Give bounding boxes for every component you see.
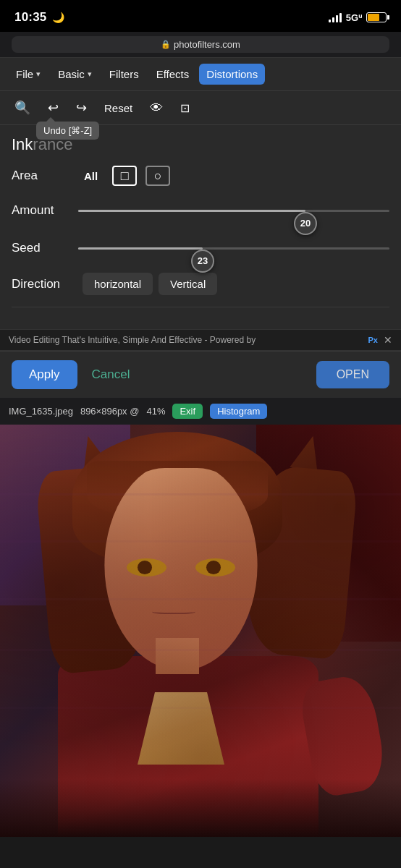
nav-distortions[interactable]: Distortions bbox=[199, 64, 265, 85]
ad-close-button[interactable]: ✕ bbox=[384, 334, 392, 346]
seed-slider-container[interactable]: 23 bbox=[78, 235, 389, 261]
image-area bbox=[0, 425, 401, 837]
seed-label: Seed bbox=[12, 241, 69, 255]
crop-icon: ⊡ bbox=[180, 101, 190, 115]
redo-button[interactable]: ↪ bbox=[70, 95, 93, 120]
search-icon: 🔍 bbox=[14, 100, 30, 116]
distortion-streak-3 bbox=[0, 598, 401, 600]
direction-label: Direction bbox=[12, 277, 77, 292]
area-control-row: Area All □ ○ bbox=[12, 166, 389, 186]
signal-bar-2 bbox=[332, 17, 334, 22]
undo-icon: ↩ bbox=[48, 100, 59, 116]
area-label: Area bbox=[12, 169, 69, 183]
distortion-streak-5 bbox=[0, 707, 401, 709]
distortion-streak-4 bbox=[0, 649, 401, 651]
character-bottom-gradient bbox=[0, 779, 401, 837]
signal-bars bbox=[329, 12, 342, 22]
nav-file[interactable]: File ▾ bbox=[9, 64, 48, 85]
horizontal-button[interactable]: horizontal bbox=[83, 273, 153, 295]
seed-control-row: Seed 23 bbox=[12, 235, 389, 261]
lock-icon: 🔒 bbox=[161, 40, 171, 49]
status-right: 5Gᵘ bbox=[329, 12, 387, 23]
distortion-overlay bbox=[0, 425, 401, 837]
undo-container: ↩ Undo [⌘-Z] bbox=[42, 95, 64, 120]
file-chevron: ▾ bbox=[36, 69, 41, 79]
area-circle-button[interactable]: ○ bbox=[145, 166, 170, 186]
amount-label: Amount bbox=[12, 203, 69, 218]
url-bar[interactable]: 🔒 photofilters.com bbox=[0, 32, 401, 58]
url-bar-inner[interactable]: 🔒 photofilters.com bbox=[12, 36, 389, 53]
nav-bar: File ▾ Basic ▾ Filters Effects Distortio… bbox=[0, 58, 401, 91]
undo-tooltip: Undo [⌘-Z] bbox=[36, 122, 99, 140]
area-rect-button[interactable]: □ bbox=[112, 166, 137, 186]
amount-slider-container[interactable]: 20 bbox=[78, 197, 389, 224]
image-canvas bbox=[0, 425, 401, 837]
distortion-streak-1 bbox=[0, 493, 401, 495]
basic-chevron: ▾ bbox=[88, 69, 92, 79]
ad-text: Video Editing That's Intuitive, Simple A… bbox=[9, 335, 256, 345]
toolbar: 🔍 ↩ Undo [⌘-Z] ↪ Reset 👁 ⊡ bbox=[0, 91, 401, 125]
ad-badge: Px bbox=[368, 336, 378, 344]
image-zoom: 41% bbox=[146, 406, 165, 417]
image-info-bar: IMG_1635.jpeg 896×896px @ 41% Exif Histo… bbox=[0, 398, 401, 425]
histogram-button[interactable]: Histogram bbox=[210, 404, 267, 419]
status-time: 10:35 bbox=[14, 10, 46, 25]
image-size: 896×896px @ bbox=[80, 406, 140, 417]
image-filename: IMG_1635.jpeg bbox=[9, 406, 73, 417]
reset-button[interactable]: Reset bbox=[98, 98, 138, 119]
crop-button[interactable]: ⊡ bbox=[174, 97, 195, 119]
action-row: Apply Cancel OPEN bbox=[0, 351, 401, 398]
area-all-button[interactable]: All bbox=[78, 167, 104, 185]
nav-basic[interactable]: Basic ▾ bbox=[51, 64, 99, 85]
status-bar: 10:35 🌙 5Gᵘ bbox=[0, 0, 401, 32]
amount-slider-track: 20 bbox=[78, 210, 389, 212]
signal-bar-4 bbox=[339, 13, 342, 22]
url-text: photofilters.com bbox=[174, 39, 240, 50]
status-moon: 🌙 bbox=[52, 12, 64, 23]
seed-slider-fill bbox=[78, 247, 203, 250]
circle-icon: ○ bbox=[154, 169, 162, 184]
open-btn-container: OPEN bbox=[316, 361, 389, 388]
undo-button[interactable]: ↩ bbox=[42, 95, 64, 120]
nav-filters[interactable]: Filters bbox=[102, 64, 146, 85]
amount-control-row: Amount 20 bbox=[12, 197, 389, 224]
signal-bar-1 bbox=[329, 20, 331, 22]
apply-button[interactable]: Apply bbox=[12, 360, 77, 389]
seed-slider-thumb[interactable]: 23 bbox=[191, 250, 214, 273]
direction-row: Direction horizontal Vertical bbox=[12, 273, 389, 307]
battery-fill bbox=[368, 14, 379, 21]
cancel-button[interactable]: Cancel bbox=[86, 360, 136, 389]
nav-effects[interactable]: Effects bbox=[149, 64, 197, 85]
open-button[interactable]: OPEN bbox=[316, 361, 389, 388]
rect-icon: □ bbox=[121, 169, 129, 184]
panel: Inkrance Area All □ ○ Amount 20 Seed bbox=[0, 125, 401, 329]
signal-bar-3 bbox=[336, 15, 338, 22]
distortion-streak-2 bbox=[0, 540, 401, 542]
amount-slider-fill bbox=[78, 210, 305, 212]
search-button[interactable]: 🔍 bbox=[9, 95, 36, 120]
ad-bar: Video Editing That's Intuitive, Simple A… bbox=[0, 329, 401, 351]
vertical-button[interactable]: Vertical bbox=[159, 273, 217, 295]
redo-icon: ↪ bbox=[76, 100, 87, 116]
preview-button[interactable]: 👁 bbox=[144, 96, 169, 120]
exif-button[interactable]: Exif bbox=[172, 404, 203, 419]
amount-slider-thumb[interactable]: 20 bbox=[294, 212, 317, 235]
battery-icon bbox=[366, 12, 387, 22]
status-network: 5Gᵘ bbox=[346, 12, 362, 23]
eye-icon: 👁 bbox=[150, 101, 163, 116]
seed-slider-track: 23 bbox=[78, 247, 389, 250]
